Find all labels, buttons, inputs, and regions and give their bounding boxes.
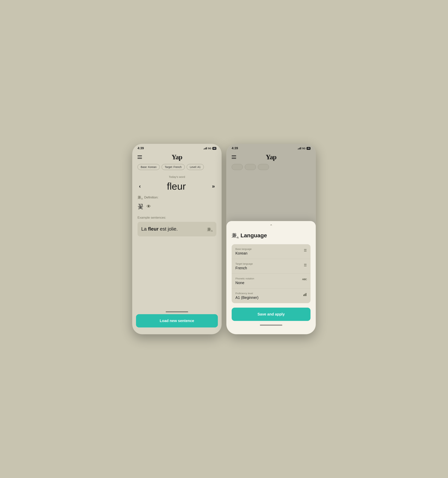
time-left: 4:39	[137, 146, 144, 150]
settings-card: Base language Korean ☰ Target language F…	[232, 244, 311, 303]
base-language-value: Korean	[235, 251, 252, 255]
translate-sentence-icon[interactable]: 兼A	[207, 227, 213, 232]
main-content-left: Base: Korean Target: French Level: A1 To…	[132, 164, 221, 311]
pill-level[interactable]: Level: A1	[187, 164, 204, 170]
todays-word-label: Today's word	[137, 175, 216, 178]
sentence-after: est jolie.	[159, 226, 178, 232]
network-left: 5G	[208, 147, 211, 150]
load-sentence-button[interactable]: Load new sentence	[136, 314, 218, 327]
phonetic-label: Phonetic notation	[235, 277, 254, 280]
left-phone: 4:39 5G 44 Yap Base: Korean Target: Fren…	[132, 144, 222, 334]
sheet-title-row: 兼A Language	[232, 232, 311, 239]
sheet-title: Language	[240, 232, 267, 239]
proficiency-icon	[303, 293, 307, 297]
home-indicator-left	[166, 311, 188, 312]
signal-icon	[204, 147, 207, 149]
setting-proficiency-left: Proficiency level A1 (Beginner)	[235, 292, 258, 300]
translate-icon-def: 兼A	[137, 195, 143, 200]
setting-target-language[interactable]: Target language French ☰	[232, 259, 311, 274]
sentence-text: La fleur est jolie.	[141, 226, 207, 232]
top-nav-left: Yap	[132, 152, 221, 164]
setting-phonetic[interactable]: Phonetic notation None ABC	[232, 274, 311, 289]
sentence-bold: fleur	[148, 226, 159, 232]
setting-base-left: Base language Korean	[235, 248, 252, 255]
eye-icon[interactable]: 👁	[147, 204, 151, 209]
prev-word-button[interactable]: ‹	[137, 182, 142, 190]
proficiency-value: A1 (Beginner)	[235, 296, 258, 300]
home-indicator-right	[260, 325, 282, 326]
sheet-collapse-icon[interactable]: ⌃	[270, 224, 273, 228]
next-word-button[interactable]: »	[210, 182, 216, 190]
phonetic-icon: ABC	[302, 278, 307, 281]
sheet-handle-row: ⌃	[232, 221, 311, 232]
target-language-value: French	[235, 266, 253, 270]
language-icon: 兼A	[232, 232, 239, 239]
svg-rect-0	[303, 295, 304, 296]
main-word: fleur	[167, 181, 186, 192]
right-phone: 4:39 5G 44 Yap	[226, 144, 316, 334]
setting-target-left: Target language French	[235, 262, 253, 270]
example-label: Example sentences:	[137, 216, 216, 220]
sheet-overlay: ⌃ 兼A Language Base language Korean ☰	[227, 144, 316, 334]
svg-rect-1	[305, 294, 305, 296]
save-apply-button[interactable]: Save and apply	[232, 308, 311, 321]
bottom-area-left: Load new sentence	[132, 311, 221, 334]
status-icons-left: 5G 44	[204, 147, 216, 150]
base-language-icon: ☰	[304, 248, 307, 252]
korean-char: 꽃	[137, 202, 143, 211]
sentence-card: La fleur est jolie. 兼A	[137, 222, 216, 236]
pill-target[interactable]: Target: French	[162, 164, 185, 170]
menu-button-left[interactable]	[137, 155, 142, 159]
bottom-sheet: ⌃ 兼A Language Base language Korean ☰	[227, 221, 316, 334]
proficiency-label: Proficiency level	[235, 292, 258, 295]
setting-base-language[interactable]: Base language Korean ☰	[232, 244, 311, 259]
word-char-row: 꽃 👁	[137, 202, 216, 211]
phonetic-value: None	[235, 281, 254, 285]
pills-row: Base: Korean Target: French Level: A1	[137, 164, 216, 170]
target-language-label: Target language	[235, 262, 253, 265]
definition-row: 兼A Definition:	[137, 195, 216, 200]
pill-base[interactable]: Base: Korean	[137, 164, 160, 170]
base-language-label: Base language	[235, 248, 252, 250]
app-title-left: Yap	[172, 153, 182, 161]
svg-rect-2	[306, 293, 306, 296]
sentence-before: La	[141, 226, 148, 232]
setting-proficiency[interactable]: Proficiency level A1 (Beginner)	[232, 289, 311, 303]
setting-phonetic-left: Phonetic notation None	[235, 277, 254, 285]
status-bar-left: 4:39 5G 44	[132, 144, 221, 152]
target-language-icon: ☰	[304, 263, 307, 267]
word-nav-row: ‹ fleur »	[137, 181, 216, 192]
definition-label: Definition:	[144, 196, 159, 199]
battery-left: 44	[212, 147, 216, 150]
